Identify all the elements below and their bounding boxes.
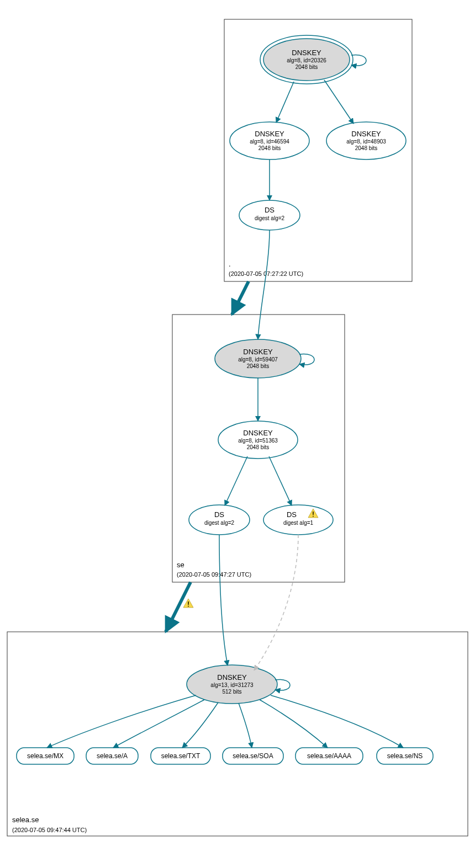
edge-rootksk-zsk1 — [276, 82, 294, 123]
svg-text:alg=8, id=20326: alg=8, id=20326 — [287, 57, 326, 63]
zone-leaf-ts: (2020-07-05 09:47:44 UTC) — [12, 827, 87, 833]
se-zsk-node: DNSKEY alg=8, id=51363 2048 bits — [218, 421, 298, 459]
svg-text:alg=8, id=51363: alg=8, id=51363 — [238, 438, 278, 444]
svg-text:selea.se/NS: selea.se/NS — [387, 752, 423, 760]
rrset-ns: selea.se/NS — [377, 748, 433, 764]
edge-seds2-leafksk — [219, 535, 228, 665]
svg-text:DS: DS — [287, 510, 297, 519]
svg-text:DNSKEY: DNSKEY — [217, 673, 247, 681]
svg-text:DS: DS — [214, 510, 224, 519]
svg-text:selea.se/SOA: selea.se/SOA — [233, 752, 273, 760]
zone-leaf: selea.se (2020-07-05 09:47:44 UTC) — [7, 632, 468, 836]
root-zsk1-node: DNSKEY alg=8, id=46594 2048 bits — [230, 122, 309, 159]
se-ds1-node: DS digest alg=1 — [263, 505, 333, 535]
rrset-aaaa: selea.se/AAAA — [295, 748, 363, 764]
svg-point-36 — [188, 605, 189, 606]
rrset-row: selea.se/MX selea.se/A selea.se/TXT sele… — [17, 748, 433, 764]
svg-text:selea.se/AAAA: selea.se/AAAA — [307, 752, 351, 760]
svg-text:alg=8, id=59407: alg=8, id=59407 — [238, 356, 278, 363]
edge-leaf-soa — [239, 703, 252, 748]
svg-rect-34 — [7, 632, 468, 836]
svg-text:DS: DS — [265, 206, 275, 214]
edge-rootds-seksk — [258, 230, 270, 339]
svg-text:alg=8, id=46594: alg=8, id=46594 — [250, 139, 289, 145]
rrset-txt: selea.se/TXT — [151, 748, 210, 764]
edge-sezsk-ds1 — [269, 456, 292, 505]
leaf-ksk-node: DNSKEY alg=13, id=31273 512 bits — [187, 665, 290, 704]
svg-text:2048 bits: 2048 bits — [247, 363, 270, 369]
svg-text:selea.se/TXT: selea.se/TXT — [161, 752, 200, 760]
svg-text:2048 bits: 2048 bits — [355, 145, 378, 151]
svg-text:selea.se/A: selea.se/A — [97, 752, 128, 760]
rrset-mx: selea.se/MX — [17, 748, 74, 764]
svg-text:2048 bits: 2048 bits — [295, 64, 318, 70]
svg-text:alg=13, id=31273: alg=13, id=31273 — [210, 682, 254, 688]
svg-text:2048 bits: 2048 bits — [247, 444, 270, 450]
svg-text:digest alg=2: digest alg=2 — [255, 215, 285, 221]
edge-leaf-mx — [47, 695, 196, 748]
se-ksk-node: DNSKEY alg=8, id=59407 2048 bits — [215, 339, 314, 378]
zone-leaf-name: selea.se — [12, 816, 39, 824]
svg-text:alg=8, id=48903: alg=8, id=48903 — [346, 139, 386, 145]
se-ksk-selfloop — [299, 354, 314, 365]
svg-text:digest alg=2: digest alg=2 — [204, 520, 235, 526]
root-ksk-node: DNSKEY alg=8, id=20326 2048 bits — [260, 35, 366, 84]
root-ksk-selfloop — [351, 55, 366, 66]
warning-icon — [183, 599, 193, 608]
rrset-a: selea.se/A — [86, 748, 138, 764]
zone-se-name: se — [177, 561, 184, 569]
root-zsk2-node: DNSKEY alg=8, id=48903 2048 bits — [326, 122, 406, 159]
svg-text:selea.se/MX: selea.se/MX — [27, 752, 64, 760]
edge-seds1-leafksk — [254, 535, 298, 670]
svg-text:2048 bits: 2048 bits — [258, 145, 281, 151]
edge-sezsk-ds2 — [225, 456, 247, 505]
svg-text:512 bits: 512 bits — [222, 689, 241, 695]
edge-leaf-aaaa — [260, 700, 328, 748]
svg-text:DNSKEY: DNSKEY — [255, 130, 284, 138]
rrset-soa: selea.se/SOA — [223, 748, 283, 764]
svg-text:DNSKEY: DNSKEY — [351, 130, 381, 138]
zone-root-name: . — [229, 260, 231, 268]
edge-leaf-txt — [182, 702, 218, 748]
root-ds-node: DS digest alg=2 — [239, 200, 300, 230]
svg-text:DNSKEY: DNSKEY — [243, 348, 273, 356]
svg-point-33 — [313, 515, 314, 516]
svg-text:DNSKEY: DNSKEY — [243, 429, 273, 437]
svg-text:DNSKEY: DNSKEY — [292, 49, 321, 57]
zone-se-ts: (2020-07-05 09:47:27 UTC) — [177, 571, 251, 578]
edge-rootksk-zsk2 — [324, 80, 353, 124]
se-ds2-node: DS digest alg=2 — [189, 505, 250, 535]
svg-text:digest alg=1: digest alg=1 — [283, 520, 314, 526]
edge-leaf-ns — [271, 695, 403, 748]
edge-delegation-root-se — [232, 281, 249, 315]
